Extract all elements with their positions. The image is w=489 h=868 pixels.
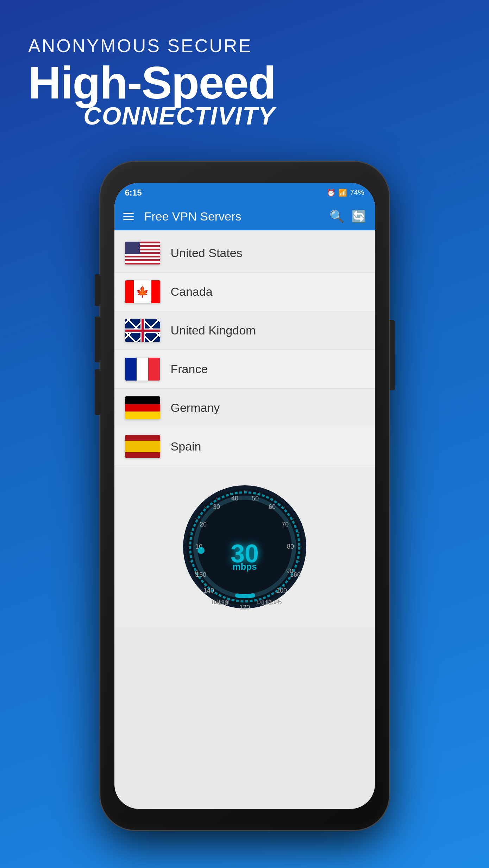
speedometer: 0 10 20 30 40 50 60 70 80 90 100 110 120 [178, 480, 312, 614]
svg-text:Total: 0: Total: 0 [211, 599, 229, 605]
svg-text:80: 80 [287, 543, 294, 550]
hero-section: ANONYMOUS SECURE High-Speed CONNECTIVITY [28, 35, 275, 130]
country-name-uk: United Kingdom [171, 324, 256, 337]
svg-text:100: 100 [276, 587, 287, 594]
hero-title: High-Speed [28, 60, 275, 106]
country-item-fr[interactable]: France [114, 350, 375, 389]
bixby-button[interactable] [95, 369, 100, 415]
svg-text:160: 160 [290, 571, 300, 578]
flag-uk [125, 319, 160, 342]
search-icon[interactable]: 🔍 [330, 209, 344, 223]
phone-screen: 6:15 ⏰ 📶 74% Free VPN Servers 🔍 🔄 [114, 183, 375, 809]
svg-text:140: 140 [203, 587, 214, 594]
speedometer-svg: 0 10 20 30 40 50 60 70 80 90 100 110 120 [178, 480, 312, 614]
svg-text:Dn 17.9%: Dn 17.9% [257, 599, 281, 605]
volume-up-button[interactable] [95, 274, 100, 306]
flag-es [125, 435, 160, 458]
svg-text:mbps: mbps [232, 561, 257, 572]
country-item-us[interactable]: United States [114, 234, 375, 273]
status-time: 6:15 [125, 188, 142, 198]
speedometer-section: 0 10 20 30 40 50 60 70 80 90 100 110 120 [114, 470, 375, 628]
phone-mockup: 6:15 ⏰ 📶 74% Free VPN Servers 🔍 🔄 [100, 162, 389, 830]
status-bar: 6:15 ⏰ 📶 74% [114, 183, 375, 202]
refresh-icon[interactable]: 🔄 [351, 209, 366, 223]
svg-text:70: 70 [281, 521, 288, 528]
country-name-de: Germany [171, 401, 220, 415]
maple-leaf-icon: 🍁 [136, 287, 149, 297]
app-bar: Free VPN Servers 🔍 🔄 [114, 202, 375, 230]
country-item-es[interactable]: Spain [114, 427, 375, 466]
flag-us [125, 242, 160, 264]
alarm-icon: ⏰ [327, 189, 336, 197]
flag-fr [125, 358, 160, 381]
svg-text:150: 150 [195, 571, 206, 578]
battery-icon: 74% [350, 189, 364, 197]
wifi-icon: 📶 [338, 189, 347, 197]
country-item-ca[interactable]: 🍁 Canada [114, 273, 375, 311]
hero-subtitle: ANONYMOUS SECURE [28, 35, 275, 56]
country-name-us: United States [171, 246, 243, 260]
volume-down-button[interactable] [95, 317, 100, 362]
power-button[interactable] [390, 320, 395, 390]
svg-text:60: 60 [268, 503, 275, 510]
country-name-es: Spain [171, 440, 201, 453]
status-icons: ⏰ 📶 74% [327, 189, 364, 197]
svg-text:120: 120 [239, 604, 250, 611]
svg-text:30: 30 [213, 503, 220, 510]
country-name-ca: Canada [171, 285, 213, 299]
country-list: United States 🍁 Canada [114, 230, 375, 470]
country-item-uk[interactable]: United Kingdom [114, 311, 375, 350]
flag-ca: 🍁 [125, 280, 160, 303]
flag-de [125, 396, 160, 419]
svg-text:20: 20 [199, 521, 206, 528]
svg-point-41 [198, 547, 205, 554]
country-item-de[interactable]: Germany [114, 389, 375, 427]
phone-body: 6:15 ⏰ 📶 74% Free VPN Servers 🔍 🔄 [100, 162, 389, 830]
menu-icon[interactable] [123, 213, 134, 220]
country-name-fr: France [171, 362, 208, 376]
svg-text:40: 40 [231, 495, 238, 502]
app-title: Free VPN Servers [144, 210, 322, 223]
svg-text:50: 50 [251, 495, 258, 502]
